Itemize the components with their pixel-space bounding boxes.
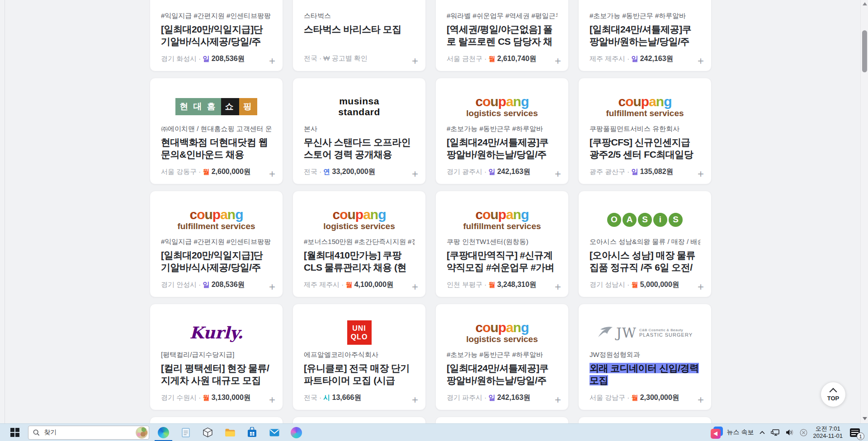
taskbar-notepad-button[interactable] (175, 424, 197, 441)
job-title: [일최대24만/셔틀제공]쿠팡알바/원하는날/당일/주말/단기/야간/포 (590, 23, 700, 47)
tray-chevron-up-icon[interactable] (759, 431, 765, 435)
add-to-list-button[interactable]: + (698, 394, 704, 405)
taskbar-explorer-button[interactable] (219, 424, 241, 441)
salary-amount: 5,000,000원 (640, 281, 679, 288)
job-card[interactable]: coupangfulfillment services쿠팡풀필먼트서비스 유한회… (578, 78, 712, 184)
add-to-list-button[interactable]: + (555, 56, 561, 66)
system-tray: 뉴스 속보 (711, 425, 862, 440)
add-to-list-button[interactable]: + (269, 394, 275, 405)
job-title: [일최대24만/셔틀제공]쿠팡알바/원하는날/당일/주말/단기/야간/포 (447, 136, 557, 160)
salary-info: ₩ 공고별 확인 (323, 54, 368, 62)
job-card[interactable]: coupanglogistics services#초보가능 #동반근무 #하루… (435, 304, 569, 410)
add-to-list-button[interactable]: + (698, 56, 704, 66)
job-card[interactable]: #초보가능 #동반근무 #하루알바[일최대24만/셔틀제공]쿠팡알바/원하는날/… (578, 0, 712, 71)
jw-logo-sub1: C&B Cosmetic & Beauty (639, 328, 693, 332)
coupang-logistics-logo: coupanglogistics services (466, 95, 538, 118)
salary-type-badge: 월 (489, 281, 495, 288)
add-to-list-button[interactable]: + (269, 169, 275, 179)
job-card[interactable]: coupanglogistics services#초보가능 #동반근무 #하루… (435, 78, 569, 184)
job-card[interactable]: #익일지급 #간편지원 #인센티브팡팡 #무료셔[일최대20만/익일지급]단기알… (150, 0, 283, 71)
start-button[interactable] (7, 425, 23, 440)
add-to-list-button[interactable]: + (698, 281, 704, 292)
notification-center-button[interactable]: 1 (848, 426, 862, 439)
coupang-logo-subtitle: logistics services (323, 221, 395, 231)
scrollbar-down-arrow-icon[interactable] (863, 417, 867, 420)
tray-clock[interactable]: 오전 7:01 2024-11-01 (813, 425, 843, 440)
company-name: JW정원성형외과 (590, 351, 700, 359)
job-card[interactable]: Kurly.[평택컬리/급지수당지급][컬리 평택센터] 현장 물류/지게차 사… (150, 304, 283, 410)
job-card[interactable]: UNIQLO에프알엘코리아주식회사[유니클로] 전국 매장 단기파트타이머 모집… (292, 304, 426, 410)
wing-icon (597, 325, 613, 340)
taskbar-news-widget[interactable]: 뉴스 속보 (711, 427, 754, 439)
add-to-list-button[interactable]: + (555, 394, 561, 405)
job-card[interactable]: 현 대 홈쇼핑㈜에이치맨 / 현대홈쇼핑 고객센터 운영사현대백화점 더현대닷컴… (150, 78, 283, 184)
job-location-salary: 경기 화성시 · 일 208,536원 (161, 54, 264, 64)
taskbar-copilot-button[interactable] (285, 424, 307, 441)
coupang-logo-subtitle: fulfillment services (606, 108, 684, 118)
coupang-fulfillment-logo: coupangfulfillment services (606, 95, 684, 118)
job-tags: #보너스150만원 #초간단즉시지원 #정규직전 (304, 238, 415, 246)
job-tags: #초보가능 #동반근무 #하루알바 (447, 351, 557, 359)
add-to-list-button[interactable]: + (269, 56, 275, 66)
oasis-logo-letter: i (653, 213, 667, 227)
file-explorer-icon (225, 428, 236, 437)
taskbar-mail-button[interactable] (263, 424, 285, 441)
add-to-list-button[interactable]: + (698, 169, 704, 179)
status-x-circle-icon[interactable] (800, 429, 807, 436)
salary-amount: 3,130,000원 (212, 394, 251, 401)
job-card[interactable]: coupangfulfillment services#익일지급 #간편지원 #… (150, 191, 283, 297)
scroll-to-top-button[interactable]: TOP (821, 382, 845, 407)
search-highlight-food-image[interactable] (136, 427, 148, 439)
job-card[interactable]: coupanglogistics services#보너스150만원 #초간단즉… (292, 191, 426, 297)
company-logo: musinsastandard (293, 87, 425, 126)
taskbar-search-input[interactable]: 찾기 (28, 426, 149, 440)
package-box-icon (203, 427, 213, 438)
job-location: 전국 (304, 168, 317, 175)
job-card[interactable]: JWC&B Cosmetic & BeautyPLASTIC SURGERYJW… (578, 304, 712, 410)
job-location: 전국 (304, 394, 317, 401)
add-to-list-button[interactable]: + (412, 169, 418, 179)
job-card[interactable]: OASiS오아시스 성남&의왕 물류 / 매장 / 배송 / 반찬제[오아시스 … (578, 191, 712, 297)
job-card[interactable]: 스타벅스스타벅스 바리스타 모집전국 · ₩ 공고별 확인+ (292, 0, 426, 71)
job-card[interactable]: coupangfulfillment services쿠팡 인천TW1센터(원창… (435, 191, 569, 297)
add-to-list-button[interactable]: + (412, 394, 418, 405)
job-location-salary: 경기 수원시 · 월 3,130,000원 (161, 393, 264, 403)
job-location: 서울 금천구 (447, 55, 482, 62)
add-to-list-button[interactable]: + (555, 169, 561, 179)
job-location: 서울 강남구 (590, 394, 625, 401)
job-title: [쿠팡CFS] 신규인센지급 광주2/5 센터 FC최대일당13만원+셔틀식사 (590, 136, 700, 160)
add-to-list-button[interactable]: + (269, 281, 275, 292)
add-to-list-button[interactable]: + (412, 56, 418, 66)
scrollbar-up-arrow-icon[interactable] (863, 2, 867, 5)
salary-amount: 2,610,740원 (497, 55, 537, 62)
job-card[interactable]: musinsastandard본사무신사 스탠다드 오프라인 스토어 경력 공개… (292, 78, 426, 184)
salary-amount: 242,163원 (497, 168, 531, 175)
add-to-list-button[interactable]: + (555, 281, 561, 292)
taskbar-edge-button[interactable] (152, 424, 175, 441)
network-icon[interactable] (771, 429, 780, 436)
salary-type-badge: 일 (489, 394, 495, 401)
job-card[interactable]: #워라벨 #쉬운업무 #역세권 #평일근무[역세권/평일/야근없음] 폴로 랄프… (435, 0, 569, 71)
scrollbar-thumb[interactable] (862, 30, 867, 72)
job-location-salary: 전국 · 연 33,200,000원 (304, 167, 407, 177)
taskbar-box-button[interactable] (197, 424, 219, 441)
oasis-logo-letter: A (623, 213, 637, 227)
job-title: 현대백화점 더현대닷컴 웹문의&인바운드 채용 (161, 136, 272, 160)
news-widget-label: 뉴스 속보 (727, 428, 754, 436)
taskbar-store-button[interactable] (241, 424, 263, 441)
job-title: [오아시스 성남] 매장 물류집품 정규직 /주 6일 오전/ 인센티브 지급 (590, 249, 700, 273)
company-name: 스타벅스 (304, 12, 415, 20)
salary-amount: 242,163원 (497, 394, 531, 401)
add-to-list-button[interactable]: + (412, 281, 418, 292)
jw-logo-sub2: PLASTIC SURGERY (639, 332, 693, 338)
jw-logo-text: JW (616, 325, 637, 341)
job-location-salary: 경기 파주시 · 일 242,163원 (447, 393, 550, 403)
job-title: 무신사 스탠다드 오프라인 스토어 경력 공개채용 (304, 136, 415, 160)
mail-icon (269, 428, 280, 437)
salary-type-badge: 월 (346, 281, 353, 288)
page-left-divider (5, 0, 5, 423)
search-placeholder: 찾기 (44, 428, 136, 436)
oasis-logo: OASiS (607, 213, 683, 227)
volume-icon[interactable] (786, 429, 794, 436)
company-logo: coupanglogistics services (293, 200, 425, 239)
